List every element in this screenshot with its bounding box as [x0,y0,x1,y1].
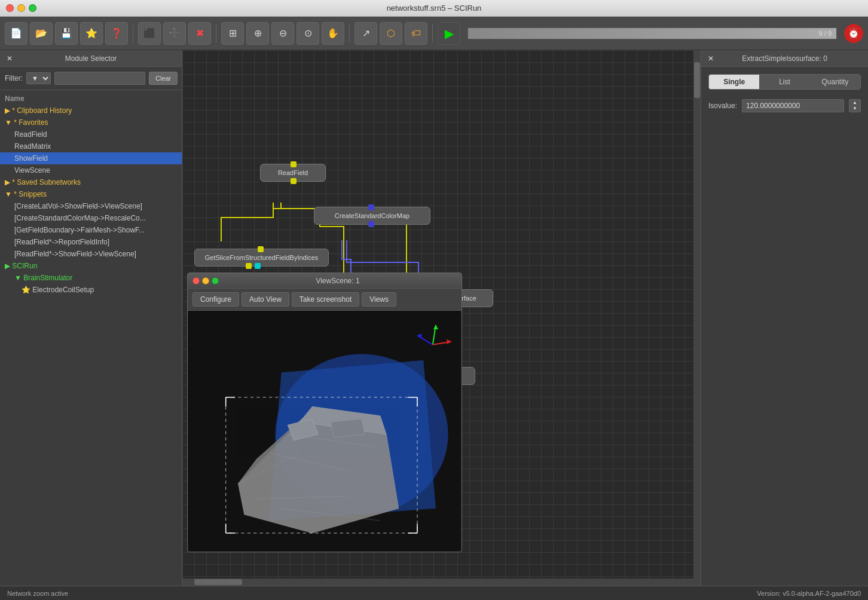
toolbar: 📄 📂 💾 ⭐ ❓ ⬛ ➕ ✖ ⊞ ⊕ ⊖ ⊙ ✋ ↗ ⬡ 🏷 ▶ 9 / 9 … [0,17,868,50]
port-readfield-bottom[interactable] [291,178,297,184]
add-module-button[interactable]: ➕ [163,22,186,45]
panel-close-button[interactable]: ✕ [5,54,14,63]
port-colormap-bottom[interactable] [368,221,374,227]
tree-item-scirun[interactable]: ▶ SCIRun [0,260,182,272]
tree-item-showfield[interactable]: ShowField [0,152,182,164]
vs-3d-content[interactable] [188,311,461,552]
port-getslice-bottom2[interactable] [255,263,261,269]
version-text: Version: v5.0-alpha.AF-2-gaa470d0 [757,590,861,597]
bookmark-button[interactable]: ⭐ [80,22,103,45]
tree-item-viewscene[interactable]: ViewScene [0,164,182,176]
status-bar: Network zoom active Version: v5.0-alpha.… [0,586,868,600]
tree-item-snippet1[interactable]: [CreateLatVol->ShowField->ViewScene] [0,200,182,212]
panel-header: ✕ Module Selector [0,50,182,67]
clear-button[interactable]: Clear [149,72,178,85]
tree-item-electrodecoilsetup[interactable]: ⭐ ElectrodeCoilSetup [0,284,182,296]
tree-item-clipboard-history[interactable]: ▶ * Clipboard History [0,105,182,117]
vs-close-button[interactable] [192,277,200,284]
zoom-out-button[interactable]: ⊖ [271,22,294,45]
tree-header-name: Name [0,93,182,105]
minimize-button[interactable] [17,4,25,12]
port-colormap-top[interactable] [368,204,374,210]
vs-toolbar: Configure Auto View Take screenshot View… [188,289,461,311]
tree-item-snippet2[interactable]: [CreateStandardColorMap->RescaleCo... [0,212,182,224]
vs-minimize-button[interactable] [202,277,209,284]
sep4 [432,25,433,42]
import-button[interactable]: ⬛ [138,22,161,45]
delete-module-button[interactable]: ✖ [188,22,211,45]
status-text-left: Network zoom active [7,590,68,597]
cube-button[interactable]: ⬡ [380,22,402,45]
progress-bar-container: 9 / 9 [467,27,837,39]
window-controls[interactable] [6,4,36,12]
vs-window-controls[interactable] [192,277,219,284]
node-getslice[interactable]: GetSliceFromStructuredFieldByIndices [194,249,329,267]
tab-single[interactable]: Single [709,75,759,89]
node-create-colormap[interactable]: CreateStandardColorMap [314,207,430,225]
close-button[interactable] [6,4,14,12]
new-file-button[interactable]: 📄 [5,22,27,45]
tab-quantity[interactable]: Quantity [810,75,860,89]
canvas-area[interactable]: ReadField CreateStandardColorMap GetSlic… [182,50,701,586]
title-bar: networkstuff.srn5 – SCIRun [0,0,868,17]
right-panel-content: Single List Quantity Isovalue: 120.00000… [701,67,868,120]
help-button[interactable]: ❓ [105,22,128,45]
zoom-fit-button[interactable]: ⊙ [297,22,319,45]
horizontal-scroll-thumb[interactable] [194,579,242,585]
node-readfield-label: ReadField [278,169,308,176]
play-button[interactable]: ▶ [438,22,460,45]
layout-button[interactable]: ⊞ [221,22,244,45]
right-panel-close-button[interactable]: ✕ [706,54,716,63]
vs-views-button[interactable]: Views [362,292,396,307]
module-tree: Name ▶ * Clipboard History ▼ * Favorites… [0,90,182,586]
right-panel-header: ✕ ExtractSimpleIsosurface: 0 [701,50,868,67]
tag-button[interactable]: 🏷 [405,22,427,45]
tree-item-favorites[interactable]: ▼ * Favorites [0,117,182,128]
maximize-button[interactable] [29,4,36,12]
filter-row: Filter: ▼ Clear [0,67,182,90]
tree-item-snippet5[interactable]: [ReadField*->ShowField->ViewScene] [0,248,182,260]
tree-item-snippet4[interactable]: [ReadField*->ReportFieldInfo] [0,236,182,248]
tree-item-saved-subnetworks[interactable]: ▶ * Saved Subnetworks [0,176,182,188]
vs-screenshot-button[interactable]: Take screenshot [292,292,359,307]
vs-autoview-button[interactable]: Auto View [242,292,289,307]
tree-item-snippet3[interactable]: [GetFieldBoundary->FairMesh->ShowF... [0,224,182,236]
tree-item-readfield[interactable]: ReadField [0,128,182,140]
progress-bar-fill [468,28,836,39]
tree-item-readmatrix[interactable]: ReadMatrix [0,140,182,152]
pan-button[interactable]: ✋ [322,22,344,45]
vertical-scrollbar[interactable] [693,50,701,586]
sep1 [133,25,133,42]
svg-marker-12 [331,419,365,437]
isovalue-input[interactable]: 120.0000000000 [742,99,844,112]
open-file-button[interactable]: 📂 [30,22,53,45]
tab-row: Single List Quantity [708,74,861,90]
panel-title: Module Selector [14,54,167,63]
alarm-button[interactable]: ⏰ [844,24,863,43]
vs-title-text: ViewScene: 1 [219,277,457,285]
port-getslice-top[interactable] [258,246,264,252]
tab-list[interactable]: List [759,75,809,89]
vs-title-bar: ViewScene: 1 [188,273,461,289]
port-readfield-top[interactable] [291,161,297,167]
tree-item-snippets[interactable]: ▼ * Snippets [0,188,182,200]
main-layout: ✕ Module Selector Filter: ▼ Clear Name ▶… [0,50,868,586]
filter-input[interactable] [54,72,145,85]
zoom-in-button[interactable]: ⊕ [246,22,269,45]
vertical-scroll-thumb[interactable] [694,62,700,98]
node-readfield[interactable]: ReadField [260,164,326,182]
port-getslice-bottom1[interactable] [246,263,252,269]
filter-select[interactable]: ▼ [26,72,51,84]
horizontal-scrollbar[interactable] [182,578,693,586]
save-file-button[interactable]: 💾 [55,22,78,45]
window-title: networkstuff.srn5 – SCIRun [387,4,482,13]
node-getslice-label: GetSliceFromStructuredFieldByIndices [205,254,319,261]
vs-maximize-button[interactable] [212,277,219,284]
spin-up[interactable]: ▲ [852,100,857,106]
vs-3d-scene [188,311,461,552]
spin-down[interactable]: ▼ [852,106,857,112]
isovalue-spinner[interactable]: ▲ ▼ [849,99,861,112]
tree-item-brainstimulator[interactable]: ▼ BrainStimulator [0,272,182,284]
vs-configure-button[interactable]: Configure [192,292,239,307]
cursor-button[interactable]: ↗ [354,22,377,45]
